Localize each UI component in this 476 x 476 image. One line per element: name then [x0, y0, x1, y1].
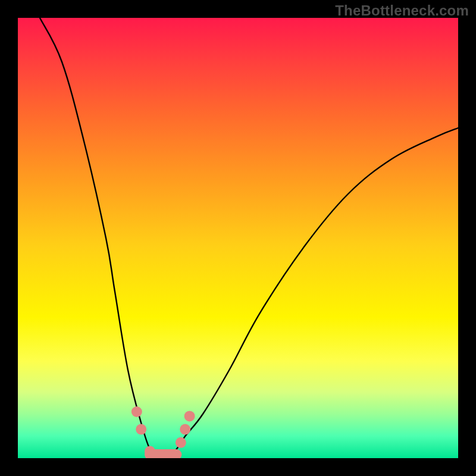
watermark-text: TheBottleneck.com: [335, 2, 469, 19]
optimal-marker-dot: [131, 406, 142, 417]
optimal-markers-group: [131, 406, 195, 458]
optimal-marker-dot: [176, 437, 186, 448]
optimal-marker-dot: [136, 424, 146, 435]
curve-line: [40, 18, 458, 458]
chart-frame: TheBottleneck.com: [0, 0, 476, 476]
optimal-marker-dot: [180, 424, 190, 435]
optimal-marker-dot: [184, 411, 195, 421]
plot-area: [18, 18, 458, 458]
chart-svg: [18, 18, 458, 458]
